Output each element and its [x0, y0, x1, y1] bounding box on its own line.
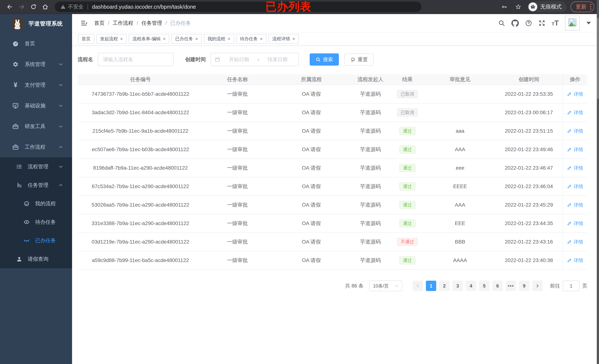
process-cell: OA 请假: [272, 104, 351, 122]
tag-item[interactable]: 流程表单-编辑 ×: [129, 34, 169, 44]
close-icon[interactable]: ×: [195, 36, 198, 41]
close-icon[interactable]: ×: [228, 36, 230, 41]
detail-link[interactable]: 详情: [567, 91, 583, 97]
tag-item[interactable]: 发起流程 ×: [97, 34, 127, 44]
detail-link[interactable]: 详情: [567, 239, 583, 245]
detail-link[interactable]: 详情: [567, 146, 583, 153]
breadcrumb-workflow[interactable]: 工作流程: [113, 20, 133, 27]
page-number-button[interactable]: 4: [466, 281, 476, 291]
sidebar-item-process-management[interactable]: 流程管理: [0, 157, 72, 176]
page-number-button[interactable]: •••: [506, 281, 516, 291]
fullscreen-icon[interactable]: [538, 20, 546, 27]
table-header-row: 任务编号 任务名称 所属流程 流程发起人 结果 审批意见 创建时间 操作: [78, 74, 587, 85]
breadcrumb-task-management[interactable]: 任务管理: [141, 20, 162, 27]
created-time-cell: 2022-01-22 23:46:04: [495, 178, 563, 195]
reset-button[interactable]: 重置: [344, 53, 374, 66]
close-icon[interactable]: ×: [163, 36, 166, 41]
page-number-button[interactable]: 6: [492, 281, 503, 291]
detail-link[interactable]: 详情: [567, 165, 583, 171]
sidebar-item-infrastructure[interactable]: 基础设施: [0, 95, 72, 116]
browser-back-icon[interactable]: [5, 2, 15, 12]
security-warning[interactable]: 不安全: [60, 3, 84, 10]
goto-page-input[interactable]: [563, 281, 580, 291]
close-icon[interactable]: ×: [292, 36, 295, 41]
sidebar-item-payment[interactable]: ¥ 支付管理: [0, 75, 72, 95]
page-number-button[interactable]: 2: [439, 281, 449, 291]
sidebar: 芋道管理系统 首页 系统管理 ¥ 支付管理 基础设施: [0, 14, 72, 364]
result-badge: 不通过: [397, 238, 418, 246]
page-number-button[interactable]: 9: [519, 281, 529, 291]
chrome-menu-icon[interactable]: [590, 4, 591, 10]
window-scrollbar[interactable]: [597, 0, 599, 364]
sidebar-item-done-tasks[interactable]: 已办任务: [0, 231, 72, 250]
detail-link[interactable]: 详情: [567, 183, 583, 190]
prev-page-button[interactable]: [413, 281, 423, 291]
page-number-button[interactable]: 5: [479, 281, 489, 291]
incognito-icon: [529, 2, 537, 11]
avatar-caret-icon[interactable]: [586, 22, 591, 24]
detail-link[interactable]: 详情: [567, 220, 583, 227]
tag-item[interactable]: 我的流程 ×: [204, 34, 234, 44]
chevron-down-icon: [58, 103, 63, 108]
workflow-submenu: 流程管理 任务管理 我的流程 待办任务: [0, 157, 72, 268]
sidebar-item-system[interactable]: 系统管理: [0, 54, 72, 75]
close-icon[interactable]: ×: [260, 36, 263, 41]
tag-item[interactable]: 首页: [78, 34, 94, 44]
sidebar-item-task-management[interactable]: 任务管理: [0, 176, 72, 194]
search-button[interactable]: 搜索: [310, 53, 339, 66]
github-icon[interactable]: [511, 19, 519, 27]
detail-link[interactable]: 详情: [567, 202, 583, 208]
process-name-label: 流程名: [78, 56, 93, 63]
close-icon[interactable]: ×: [120, 36, 123, 41]
page-number-button[interactable]: 1: [426, 281, 436, 291]
browser-home-icon[interactable]: [40, 2, 50, 12]
task-name-cell: 一级审批: [203, 178, 272, 195]
column-result: 结果: [390, 74, 425, 85]
breadcrumb: 首页 / 工作流程 / 任务管理 / 已办任务: [94, 20, 191, 27]
breadcrumb-home[interactable]: 首页: [94, 20, 105, 27]
process-name-input[interactable]: [98, 53, 174, 66]
warning-triangle-icon: [60, 4, 66, 10]
created-time-cell: 2022-01-22 23:53:35: [495, 85, 563, 103]
app-logo[interactable]: 芋道管理系统: [0, 14, 72, 33]
password-key-icon[interactable]: [499, 2, 509, 12]
next-page-button[interactable]: [532, 281, 543, 291]
detail-link[interactable]: 详情: [567, 128, 583, 134]
scrollbar-thumb[interactable]: [597, 18, 599, 99]
briefcase-icon: [12, 144, 19, 151]
font-size-icon[interactable]: TT: [552, 19, 559, 27]
date-range-picker[interactable]: -: [211, 53, 299, 66]
tag-item[interactable]: 流程详情 ×: [269, 34, 299, 44]
result-badge: 通过: [399, 256, 415, 264]
chevron-up-icon: [58, 183, 63, 187]
url-bar[interactable]: 不安全 dashboard.yudao.iocoder.cn/bpm/task/…: [55, 2, 422, 12]
browser-forward-icon[interactable]: [17, 2, 26, 12]
url-text[interactable]: dashboard.yudao.iocoder.cn/bpm/task/done: [92, 4, 196, 10]
page-size-select[interactable]: 10条/页: [369, 281, 402, 291]
avatar[interactable]: [565, 16, 580, 30]
sidebar-item-home[interactable]: 首页: [0, 33, 72, 54]
start-date-input[interactable]: [222, 57, 256, 62]
page-number-button[interactable]: 3: [452, 281, 463, 291]
eye-icon: [23, 219, 30, 225]
tag-item[interactable]: 待办任务 ×: [236, 34, 266, 44]
sidebar-collapse-icon[interactable]: [80, 19, 88, 27]
detail-link[interactable]: 详情: [567, 109, 583, 116]
update-button[interactable]: 更新: [571, 1, 594, 12]
bookmark-star-icon[interactable]: [513, 2, 523, 12]
process-cell: OA 请假: [272, 159, 351, 177]
process-cell: OA 请假: [272, 233, 351, 251]
help-icon[interactable]: [525, 20, 532, 27]
browser-reload-icon[interactable]: [28, 2, 38, 12]
annotation-done-list: 已办列表: [265, 0, 311, 14]
sidebar-item-leave-query[interactable]: 请假查询: [0, 250, 72, 268]
detail-link[interactable]: 详情: [567, 257, 583, 264]
sidebar-item-my-process[interactable]: 我的流程: [0, 194, 72, 213]
sidebar-item-dev-tools[interactable]: 研发工具: [0, 116, 72, 137]
end-date-input[interactable]: [260, 57, 295, 62]
tag-item[interactable]: 已办任务 ×: [171, 34, 202, 44]
sidebar-item-workflow[interactable]: 工作流程: [0, 137, 72, 157]
comment-cell: AAA: [425, 141, 495, 159]
sidebar-item-todo-tasks[interactable]: 待办任务: [0, 213, 72, 231]
search-icon[interactable]: [498, 20, 505, 27]
